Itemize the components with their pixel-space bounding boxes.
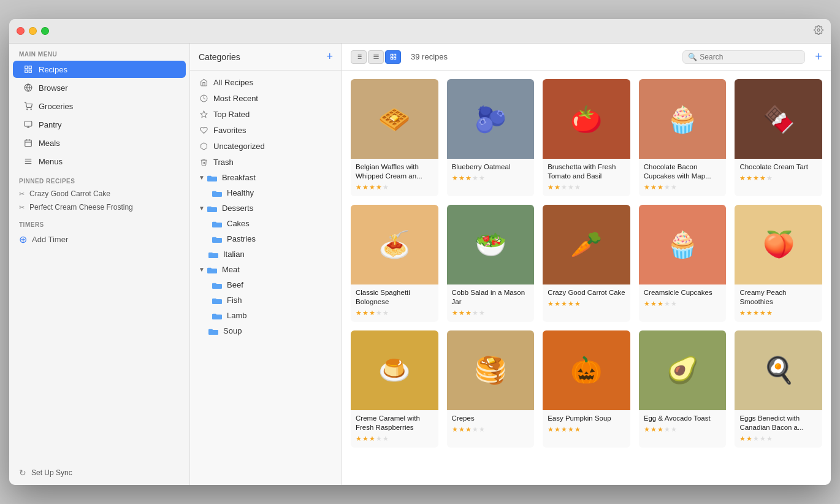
recipe-card-9[interactable]: 🍑 Creamy Peach Smoothies ★★★★★ xyxy=(735,205,822,322)
recipe-name-11: Crepes xyxy=(452,414,530,423)
star-0: ★ xyxy=(644,300,650,308)
recipe-card-14[interactable]: 🍳 Eggs Benedict with Canadian Bacon a...… xyxy=(735,330,822,448)
star-3: ★ xyxy=(376,435,382,443)
settings-area[interactable] xyxy=(814,25,823,37)
recipe-card-7[interactable]: 🥕 Crazy Good Carrot Cake ★★★★★ xyxy=(543,205,630,322)
gear-icon xyxy=(814,25,823,35)
cat-item-top-rated[interactable]: Top Rated xyxy=(190,106,342,122)
recipe-name-10: Creme Caramel with Fresh Raspberries xyxy=(356,414,433,432)
star-1: ★ xyxy=(554,426,560,433)
recipe-card-10[interactable]: 🍮 Creme Caramel with Fresh Raspberries ★… xyxy=(351,330,438,448)
cat-item-italian[interactable]: Italian xyxy=(190,246,342,262)
sidebar-item-pantry[interactable]: Pantry xyxy=(13,116,186,133)
cat-item-uncategorized[interactable]: Uncategorized xyxy=(190,138,342,154)
star-3: ★ xyxy=(760,309,766,317)
folder-icon-breakfast xyxy=(207,174,217,181)
cat-item-soup[interactable]: Soup xyxy=(190,323,342,338)
sync-area[interactable]: ↻ Set Up Sync xyxy=(9,460,189,485)
add-timer-item[interactable]: ⊕ Add Timer xyxy=(9,231,189,248)
star-3: ★ xyxy=(376,309,382,317)
cat-item-all-recipes[interactable]: All Recipes xyxy=(190,74,342,90)
pinned-item-frosting[interactable]: ✂ Perfect Cream Cheese Frosting xyxy=(9,200,189,214)
cat-label-beef: Beef xyxy=(227,280,243,289)
add-recipe-button[interactable]: + xyxy=(815,50,822,64)
star-1: ★ xyxy=(746,174,752,182)
cat-item-breakfast[interactable]: ▼ Breakfast xyxy=(190,170,342,185)
recipe-card-13[interactable]: 🥑 Egg & Avocado Toast ★★★★★ xyxy=(639,330,727,448)
recipe-info-12: Easy Pumpkin Soup ★★★★★ xyxy=(543,410,630,438)
star-4: ★ xyxy=(766,435,773,443)
recipe-info-1: Blueberry Oatmeal ★★★★★ xyxy=(447,159,535,187)
app-window: MAIN MENU Recipes Browser xyxy=(9,19,831,485)
cat-item-beef[interactable]: Beef xyxy=(190,277,342,292)
recipe-image-9: 🍑 xyxy=(735,205,822,284)
cat-item-lamb[interactable]: Lamb xyxy=(190,308,342,323)
cat-item-desserts[interactable]: ▼ Desserts xyxy=(190,200,342,216)
sidebar-item-recipes[interactable]: Recipes xyxy=(13,61,186,78)
star-0: ★ xyxy=(548,426,554,433)
star-2: ★ xyxy=(369,183,375,191)
cat-item-most-recent[interactable]: Most Recent xyxy=(190,90,342,106)
star-1: ★ xyxy=(746,435,752,443)
svg-point-7 xyxy=(27,109,28,110)
svg-rect-32 xyxy=(391,57,392,59)
recipe-info-5: Classic Spaghetti Bolognese ★★★★★ xyxy=(351,284,438,322)
sync-label: Set Up Sync xyxy=(31,468,72,477)
recipe-card-2[interactable]: 🍅 Bruschetta with Fresh Tomato and Basil… xyxy=(543,79,630,196)
cat-label-soup: Soup xyxy=(223,326,242,335)
cat-item-favorites[interactable]: Favorites xyxy=(190,122,342,138)
cat-item-healthy[interactable]: Healthy xyxy=(190,185,342,200)
cat-item-pastries[interactable]: Pastries xyxy=(190,231,342,246)
star-1: ★ xyxy=(362,309,368,317)
star-0: ★ xyxy=(452,174,458,182)
star-3: ★ xyxy=(664,300,670,308)
sidebar-item-menus[interactable]: Menus xyxy=(13,153,186,170)
add-category-button[interactable]: + xyxy=(326,50,333,63)
star-2: ★ xyxy=(753,309,759,317)
recipe-card-11[interactable]: 🥞 Crepes ★★★★★ xyxy=(447,330,535,448)
search-input[interactable] xyxy=(700,53,800,61)
recipe-card-6[interactable]: 🥗 Cobb Salad in a Mason Jar ★★★★★ xyxy=(447,205,535,322)
recipe-card-1[interactable]: 🫐 Blueberry Oatmeal ★★★★★ xyxy=(447,79,535,196)
recipe-card-12[interactable]: 🎃 Easy Pumpkin Soup ★★★★★ xyxy=(543,330,630,448)
list-view-button[interactable] xyxy=(351,50,367,64)
svg-rect-12 xyxy=(25,140,32,147)
cat-item-meat[interactable]: ▼ Meat xyxy=(190,262,342,277)
sidebar-item-meals[interactable]: Meals xyxy=(13,134,186,151)
cat-item-trash[interactable]: Trash xyxy=(190,154,342,170)
recipe-stars-11: ★★★★★ xyxy=(452,426,530,433)
search-box[interactable]: 🔍 xyxy=(682,50,805,64)
svg-marker-20 xyxy=(200,111,207,117)
recipe-card-8[interactable]: 🧁 Creamsicle Cupcakes ★★★★★ xyxy=(639,205,727,322)
recipe-stars-8: ★★★★★ xyxy=(644,300,722,308)
recipe-card-5[interactable]: 🍝 Classic Spaghetti Bolognese ★★★★★ xyxy=(351,205,438,322)
cat-label-healthy: Healthy xyxy=(227,188,254,197)
cat-item-fish[interactable]: Fish xyxy=(190,292,342,308)
recipe-name-2: Bruschetta with Fresh Tomato and Basil xyxy=(548,162,625,181)
grid-view-button[interactable] xyxy=(385,50,401,64)
view-toggle xyxy=(351,50,401,64)
minimize-button[interactable] xyxy=(29,27,37,35)
recipe-name-1: Blueberry Oatmeal xyxy=(452,162,530,172)
compact-view-button[interactable] xyxy=(368,50,384,64)
cat-label-desserts: Desserts xyxy=(222,204,253,213)
pinned-item-carrot-cake[interactable]: ✂ Crazy Good Carrot Cake xyxy=(9,187,189,200)
recipe-card-3[interactable]: 🧁 Chocolate Bacon Cupcakes with Map... ★… xyxy=(639,79,727,196)
recipe-card-0[interactable]: 🧇 Belgian Waffles with Whipped Cream an.… xyxy=(351,79,438,196)
maximize-button[interactable] xyxy=(41,27,49,35)
sidebar-item-browser[interactable]: Browser xyxy=(13,79,186,96)
cat-label-breakfast: Breakfast xyxy=(222,173,256,182)
cat-item-cakes[interactable]: Cakes xyxy=(190,216,342,231)
recipe-info-0: Belgian Waffles with Whipped Cream an...… xyxy=(351,159,438,196)
star-3: ★ xyxy=(568,300,574,308)
close-button[interactable] xyxy=(17,27,25,35)
sidebar-item-groceries[interactable]: Groceries xyxy=(13,97,186,115)
folder-icon-beef xyxy=(212,281,222,289)
sidebar: MAIN MENU Recipes Browser xyxy=(9,44,190,485)
recipe-image-14: 🍳 xyxy=(735,330,822,410)
star-4: ★ xyxy=(766,174,773,182)
star-4: ★ xyxy=(671,300,677,308)
recipe-card-4[interactable]: 🍫 Chocolate Cream Tart ★★★★★ xyxy=(735,79,822,196)
svg-point-0 xyxy=(817,29,820,31)
star-2: ★ xyxy=(465,174,472,182)
